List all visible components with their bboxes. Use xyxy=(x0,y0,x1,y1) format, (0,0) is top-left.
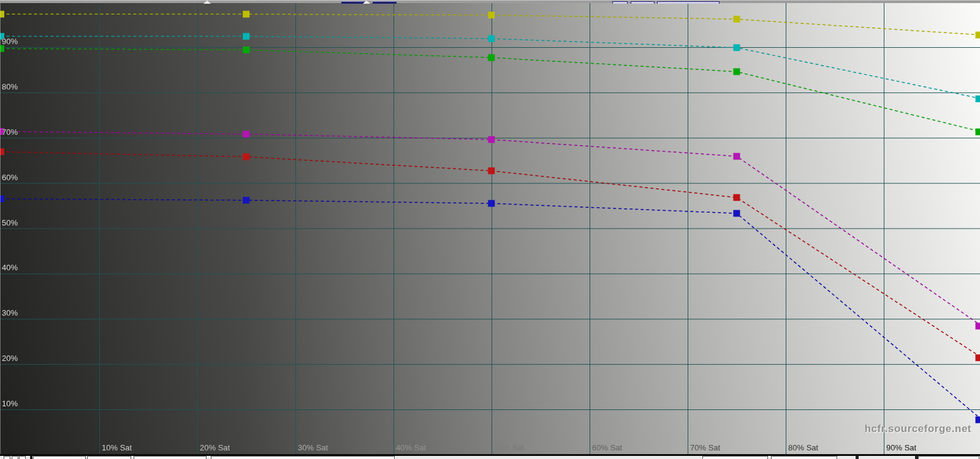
blue-data-point-marker xyxy=(733,210,740,217)
magenta-data-point-marker xyxy=(733,153,740,160)
gridlines xyxy=(0,3,980,454)
series-blue xyxy=(0,195,980,423)
chart-canvas xyxy=(0,0,980,459)
y-axis-tick-label: 50% xyxy=(2,219,18,227)
chart-left-border xyxy=(0,3,1,454)
widget-fragment xyxy=(30,456,32,459)
toolbar-button-fragment xyxy=(612,1,628,4)
blue-data-point-marker xyxy=(488,200,495,207)
red-data-point-marker xyxy=(976,354,980,361)
cyan-data-point-marker xyxy=(243,33,249,40)
cyan-data-point-marker xyxy=(976,96,980,102)
button-top-fragment xyxy=(918,456,979,459)
series-cyan xyxy=(0,33,980,102)
x-axis-tick-label: 90% Sat xyxy=(886,444,916,452)
y-axis-tick-label: 40% xyxy=(2,264,18,271)
yellow-data-point-marker xyxy=(243,11,249,18)
x-axis-tick-label: 50% Sat xyxy=(494,444,524,452)
series-green xyxy=(0,45,980,135)
yellow-data-point-marker xyxy=(0,11,4,18)
x-axis-tick-label: 80% Sat xyxy=(788,444,818,452)
cyan-data-point-marker xyxy=(488,35,495,42)
red-data-point-marker xyxy=(0,148,4,155)
button-top-fragment xyxy=(211,456,395,459)
yellow-data-point-marker xyxy=(488,12,495,18)
y-axis-tick-label: 10% xyxy=(2,400,18,408)
background-window-top-edge xyxy=(0,0,980,3)
y-axis-tick-label: 80% xyxy=(2,83,18,91)
toolbar-button-fragment xyxy=(373,1,397,4)
x-axis-tick-label: 30% Sat xyxy=(298,444,328,452)
cyan-data-point-marker xyxy=(733,44,740,51)
button-top-fragment xyxy=(33,456,86,459)
toolbar-button-fragment xyxy=(631,1,655,4)
watermark: hcfr.sourceforge.net xyxy=(865,423,971,435)
blue-data-point-marker xyxy=(0,195,4,202)
y-axis-tick-label: 60% xyxy=(2,173,18,181)
y-axis-tick-label: 90% xyxy=(2,37,18,45)
magenta-data-point-marker xyxy=(243,131,249,137)
green-data-point-marker xyxy=(733,68,740,75)
y-axis-tick-label: 20% xyxy=(2,354,18,362)
hcfr-app-window: 90%80%70%60%50%40%30%20%10% 10% Sat20% S… xyxy=(0,0,980,459)
green-data-point-marker xyxy=(976,129,980,135)
green-data-point-marker xyxy=(243,47,249,53)
button-top-fragment xyxy=(12,456,18,459)
widget-fragment xyxy=(856,456,859,459)
button-top-fragment xyxy=(19,456,26,459)
series-red xyxy=(0,148,980,361)
button-top-fragment xyxy=(702,456,768,459)
blue-data-point-marker xyxy=(976,417,980,423)
button-top-fragment xyxy=(134,456,207,459)
red-data-point-marker xyxy=(488,167,495,174)
toolbar-notch-fragment xyxy=(203,1,211,4)
background-window-bottom-edge xyxy=(0,456,980,459)
x-axis-tick-label: 40% Sat xyxy=(396,444,426,452)
x-axis-tick-label: 60% Sat xyxy=(592,444,622,452)
magenta-data-point-marker xyxy=(976,323,980,330)
toolbar-button-fragment xyxy=(341,1,365,4)
red-data-point-marker xyxy=(243,153,249,160)
yellow-data-point-marker xyxy=(733,16,740,23)
red-data-point-marker xyxy=(733,194,740,201)
series-yellow xyxy=(0,11,980,39)
y-axis-tick-label: 70% xyxy=(2,128,18,136)
magenta-data-point-marker xyxy=(488,136,495,143)
toolbar-button-fragment xyxy=(657,1,720,4)
blue-data-point-marker xyxy=(243,197,249,203)
green-data-point-marker xyxy=(488,55,495,61)
yellow-data-point-marker xyxy=(976,32,980,39)
button-top-fragment xyxy=(87,456,131,459)
x-axis-tick-label: 70% Sat xyxy=(690,444,720,452)
button-top-fragment xyxy=(4,456,10,459)
button-top-fragment xyxy=(771,456,837,459)
toolbar-notch-fragment xyxy=(363,1,370,4)
x-axis-tick-label: 10% Sat xyxy=(102,444,132,452)
y-axis-tick-label: 30% xyxy=(2,309,18,317)
green-data-point-marker xyxy=(0,45,4,52)
x-axis-tick-label: 20% Sat xyxy=(200,444,230,452)
